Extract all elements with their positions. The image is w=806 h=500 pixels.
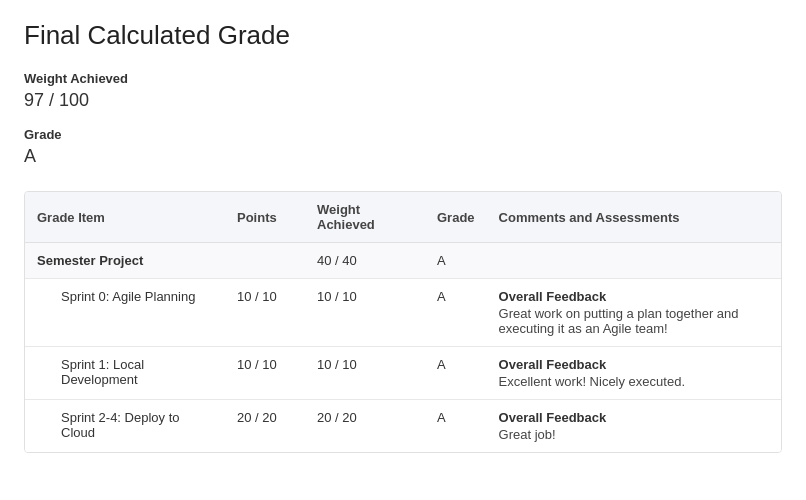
col-header-weight: Weight Achieved bbox=[305, 192, 425, 243]
comment-title: Overall Feedback bbox=[499, 357, 769, 372]
comment-text: Great work on putting a plan together an… bbox=[499, 306, 769, 336]
grades-table-container: Grade Item Points Weight Achieved Grade … bbox=[24, 191, 782, 453]
col-header-grade: Grade bbox=[425, 192, 487, 243]
parent-grade-item: Semester Project bbox=[25, 243, 225, 279]
row-grade: A bbox=[425, 347, 487, 400]
grade-value: A bbox=[24, 146, 782, 167]
row-points: 10 / 10 bbox=[225, 347, 305, 400]
row-grade: A bbox=[425, 279, 487, 347]
row-points: 20 / 20 bbox=[225, 400, 305, 453]
child-grade-item: Sprint 0: Agile Planning bbox=[25, 279, 225, 347]
row-weight: 20 / 20 bbox=[305, 400, 425, 453]
table-row: Sprint 0: Agile Planning10 / 1010 / 10AO… bbox=[25, 279, 781, 347]
table-row: Semester Project40 / 40A bbox=[25, 243, 781, 279]
grades-table: Grade Item Points Weight Achieved Grade … bbox=[25, 192, 781, 452]
row-comment bbox=[487, 243, 781, 279]
page-title: Final Calculated Grade bbox=[24, 20, 782, 51]
summary-section: Weight Achieved 97 / 100 Grade A bbox=[24, 71, 782, 167]
comment-title: Overall Feedback bbox=[499, 410, 769, 425]
row-points: 10 / 10 bbox=[225, 279, 305, 347]
table-header-row: Grade Item Points Weight Achieved Grade … bbox=[25, 192, 781, 243]
row-comment: Overall FeedbackGreat work on putting a … bbox=[487, 279, 781, 347]
col-header-grade-item: Grade Item bbox=[25, 192, 225, 243]
table-row: Sprint 2-4: Deploy to Cloud20 / 2020 / 2… bbox=[25, 400, 781, 453]
comment-title: Overall Feedback bbox=[499, 289, 769, 304]
grade-label: Grade bbox=[24, 127, 782, 142]
row-comment: Overall FeedbackExcellent work! Nicely e… bbox=[487, 347, 781, 400]
weight-achieved-value: 97 / 100 bbox=[24, 90, 782, 111]
col-header-comments: Comments and Assessments bbox=[487, 192, 781, 243]
row-points bbox=[225, 243, 305, 279]
row-comment: Overall FeedbackGreat job! bbox=[487, 400, 781, 453]
weight-achieved-label: Weight Achieved bbox=[24, 71, 782, 86]
row-weight: 40 / 40 bbox=[305, 243, 425, 279]
child-grade-item: Sprint 1: Local Development bbox=[25, 347, 225, 400]
row-weight: 10 / 10 bbox=[305, 347, 425, 400]
row-grade: A bbox=[425, 243, 487, 279]
child-grade-item: Sprint 2-4: Deploy to Cloud bbox=[25, 400, 225, 453]
comment-text: Great job! bbox=[499, 427, 769, 442]
col-header-points: Points bbox=[225, 192, 305, 243]
row-weight: 10 / 10 bbox=[305, 279, 425, 347]
comment-text: Excellent work! Nicely executed. bbox=[499, 374, 769, 389]
table-row: Sprint 1: Local Development10 / 1010 / 1… bbox=[25, 347, 781, 400]
row-grade: A bbox=[425, 400, 487, 453]
